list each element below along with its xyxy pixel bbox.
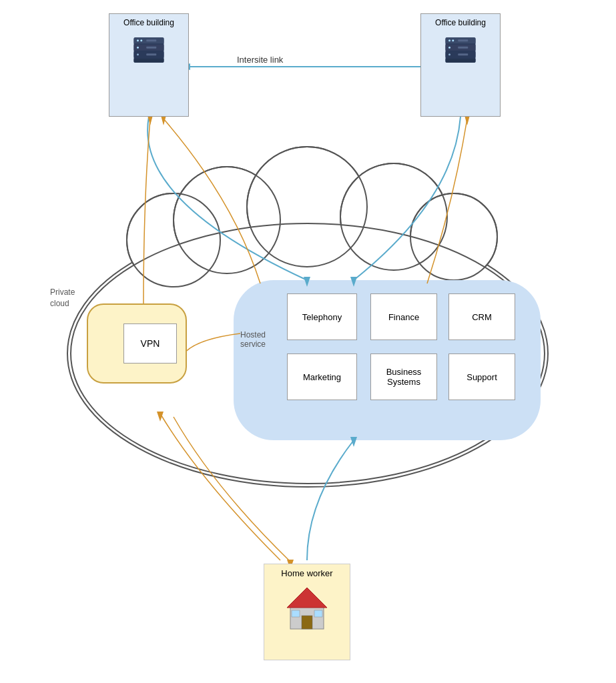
private-cloud-label: Private cloud xyxy=(50,287,75,309)
business-systems-box: Business Systems xyxy=(370,354,437,400)
svg-rect-53 xyxy=(292,610,300,617)
finance-box: Finance xyxy=(370,293,437,340)
svg-marker-19 xyxy=(350,437,357,447)
support-box: Support xyxy=(448,354,515,400)
svg-marker-21 xyxy=(465,115,470,125)
home-worker-box: Home worker xyxy=(264,564,350,660)
vpn-box: VPN xyxy=(123,323,177,364)
svg-rect-33 xyxy=(146,39,156,41)
svg-rect-42 xyxy=(446,59,476,63)
svg-rect-49 xyxy=(458,53,468,55)
svg-point-8 xyxy=(127,193,220,287)
svg-point-3 xyxy=(247,147,367,267)
svg-marker-51 xyxy=(287,588,327,608)
office-building-right: Office building xyxy=(420,13,501,117)
svg-marker-24 xyxy=(157,412,164,422)
svg-point-31 xyxy=(137,39,139,41)
office-left-label: Office building xyxy=(123,18,174,27)
svg-rect-35 xyxy=(146,47,156,49)
intersite-link-label: Intersite link xyxy=(237,55,283,65)
svg-rect-52 xyxy=(302,616,312,629)
marketing-box: Marketing xyxy=(287,354,357,400)
crm-box: CRM xyxy=(448,293,515,340)
svg-point-46 xyxy=(448,47,450,49)
svg-rect-30 xyxy=(134,59,164,63)
svg-point-9 xyxy=(174,167,280,273)
svg-point-32 xyxy=(140,39,142,41)
diagram: Office building Office building xyxy=(0,0,616,683)
svg-marker-18 xyxy=(350,277,357,287)
svg-point-4 xyxy=(340,163,447,270)
server-icon-right xyxy=(440,30,481,70)
svg-point-2 xyxy=(174,167,280,273)
svg-rect-45 xyxy=(458,39,468,41)
svg-marker-23 xyxy=(147,115,153,125)
svg-point-48 xyxy=(448,53,450,55)
svg-rect-47 xyxy=(458,47,468,49)
svg-point-36 xyxy=(137,53,139,55)
home-worker-label: Home worker xyxy=(281,568,332,578)
server-icon-left xyxy=(129,30,169,70)
house-icon xyxy=(284,582,330,632)
private-cloud-vpn-container: VPN xyxy=(87,303,187,384)
svg-point-12 xyxy=(410,193,497,280)
svg-point-10 xyxy=(247,147,367,267)
svg-point-43 xyxy=(448,39,450,41)
svg-marker-20 xyxy=(161,115,166,125)
telephony-box: Telephony xyxy=(287,293,357,340)
office-right-label: Office building xyxy=(435,18,486,27)
svg-point-5 xyxy=(410,193,497,280)
svg-point-34 xyxy=(137,47,139,49)
office-building-left: Office building xyxy=(109,13,189,117)
svg-rect-37 xyxy=(146,53,156,55)
svg-rect-54 xyxy=(314,610,322,617)
svg-marker-17 xyxy=(304,277,310,287)
hosted-service-label: Hosted service xyxy=(240,330,266,349)
svg-point-11 xyxy=(340,163,447,270)
svg-point-1 xyxy=(127,193,220,287)
svg-point-44 xyxy=(452,39,454,41)
